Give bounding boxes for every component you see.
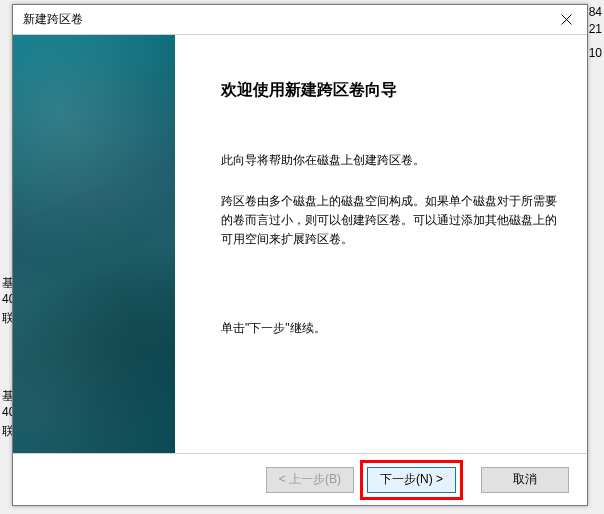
bg-text: 84 <box>589 5 602 19</box>
wizard-main-panel: 欢迎使用新建跨区卷向导 此向导将帮助你在磁盘上创建跨区卷。 跨区卷由多个磁盘上的… <box>175 35 587 453</box>
close-icon <box>561 14 572 25</box>
wizard-heading: 欢迎使用新建跨区卷向导 <box>221 77 559 103</box>
bg-text: 21 <box>589 22 602 36</box>
bg-text: 10 <box>589 46 602 60</box>
wizard-para-2: 跨区卷由多个磁盘上的磁盘空间构成。如果单个磁盘对于所需要的卷而言过小，则可以创建… <box>221 192 559 250</box>
titlebar: 新建跨区卷 <box>13 5 587 35</box>
button-row: < 上一步(B) 下一步(N) > 取消 <box>13 453 587 505</box>
cancel-button[interactable]: 取消 <box>481 467 569 493</box>
dialog-content: 欢迎使用新建跨区卷向导 此向导将帮助你在磁盘上创建跨区卷。 跨区卷由多个磁盘上的… <box>13 35 587 453</box>
next-button[interactable]: 下一步(N) > <box>367 467 456 493</box>
close-button[interactable] <box>545 5 587 35</box>
wizard-para-3: 单击"下一步"继续。 <box>221 319 559 338</box>
next-button-highlight: 下一步(N) > <box>360 460 463 500</box>
wizard-dialog: 新建跨区卷 欢迎使用新建跨区卷向导 此向导将帮助你在磁盘上创建跨区卷。 跨区卷由… <box>12 4 588 506</box>
back-button: < 上一步(B) <box>266 467 354 493</box>
wizard-sidebar-image <box>13 35 175 453</box>
window-title: 新建跨区卷 <box>23 11 83 28</box>
wizard-para-1: 此向导将帮助你在磁盘上创建跨区卷。 <box>221 151 559 170</box>
